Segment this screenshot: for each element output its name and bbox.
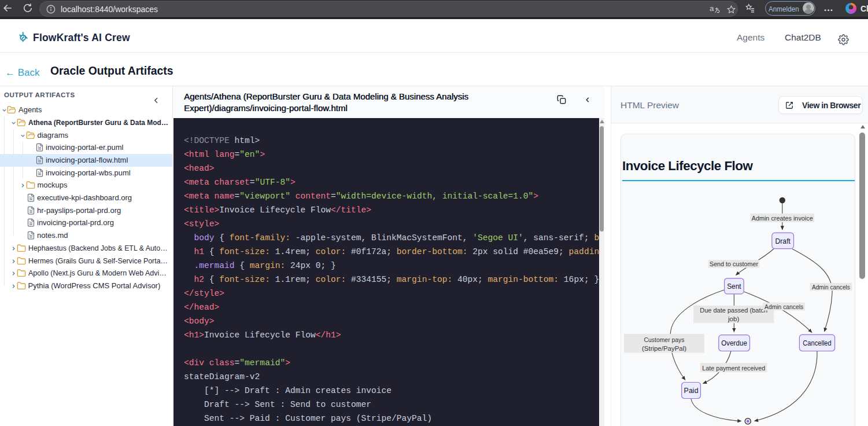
svg-text:(Stripe/PayPal): (Stripe/PayPal) <box>642 344 686 352</box>
svg-text:Paid: Paid <box>684 387 699 395</box>
svg-text:Due date passed (batch: Due date passed (batch <box>700 306 767 314</box>
svg-text:Admin cancels: Admin cancels <box>812 283 850 291</box>
svg-text:Sent: Sent <box>727 282 741 291</box>
svg-text:job): job) <box>727 315 740 322</box>
svg-text:Cancelled: Cancelled <box>803 339 832 347</box>
svg-text:Admin creates invoice: Admin creates invoice <box>752 214 813 222</box>
svg-text:Overdue: Overdue <box>721 339 747 347</box>
svg-text:Late payment received: Late payment received <box>702 364 765 372</box>
svg-text:Admin cancels: Admin cancels <box>764 303 803 310</box>
svg-text:Draft: Draft <box>775 237 791 245</box>
svg-text:Send to customer: Send to customer <box>710 260 758 267</box>
svg-text:Customer pays: Customer pays <box>644 336 685 343</box>
